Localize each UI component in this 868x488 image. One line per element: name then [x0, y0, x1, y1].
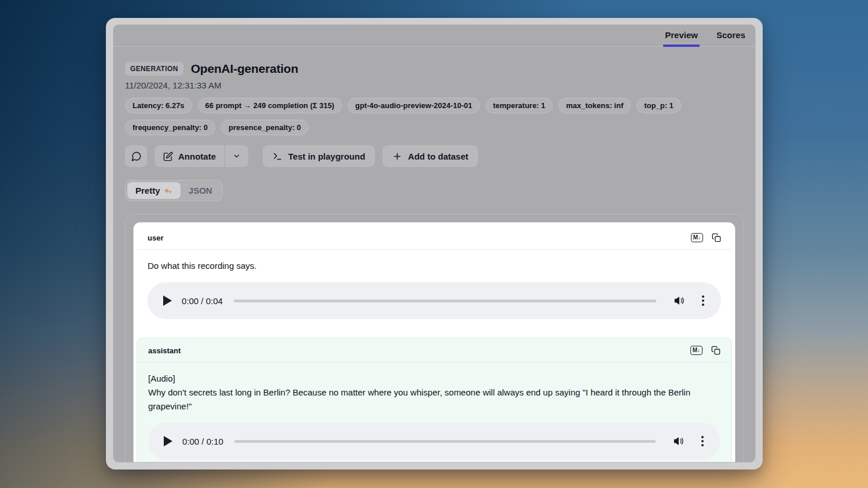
markdown-toggle-icon[interactable]: M↓: [690, 346, 703, 355]
terminal-icon: [273, 151, 282, 161]
format-toggle-json[interactable]: JSON: [181, 182, 220, 199]
assistant-message-header: assistant M↓: [137, 338, 731, 363]
assistant-message-card: assistant M↓ [Audio] Why don't secrets l…: [137, 338, 732, 463]
desktop-background: { "tabs": { "preview": "Preview", "score…: [0, 0, 868, 488]
audio-seek-bar[interactable]: [234, 440, 656, 443]
comment-icon: [131, 151, 142, 162]
pretty-label: Pretty: [135, 186, 160, 195]
message-header-icons: M↓: [691, 233, 721, 242]
plus-icon: [392, 151, 402, 161]
play-button[interactable]: [163, 295, 172, 306]
token-usage-badge: 66 prompt → 249 completion (Σ 315): [198, 98, 342, 113]
copy-icon[interactable]: [711, 346, 720, 355]
assistant-message-body: [Audio] Why don't secrets last long in B…: [137, 363, 731, 463]
max-tokens-badge: max_tokens: inf: [558, 98, 631, 113]
io-preview-panel: user M↓ Do what this recording says.: [125, 214, 744, 463]
comment-button[interactable]: [125, 145, 147, 167]
presence-penalty-badge: presence_penalty: 0: [221, 120, 308, 135]
add-to-dataset-button[interactable]: Add to dataset: [382, 145, 478, 167]
add-to-dataset-label: Add to dataset: [408, 151, 468, 161]
tab-preview[interactable]: Preview: [663, 25, 700, 47]
message-card-stack: user M↓ Do what this recording says.: [133, 222, 735, 463]
volume-icon[interactable]: [674, 295, 685, 306]
copy-icon[interactable]: [712, 233, 721, 242]
role-label: assistant: [148, 346, 181, 355]
sparkles-icon: ✦✦: [164, 186, 172, 195]
user-message-header: user M↓: [137, 225, 732, 250]
audio-time: 0:00 / 0:10: [182, 437, 223, 446]
top-p-badge: top_p: 1: [637, 98, 681, 113]
temperature-badge: temperature: 1: [486, 98, 553, 113]
audio-menu-icon[interactable]: [700, 434, 705, 449]
trace-detail-panel: Preview Scores GENERATION OpenAI-generat…: [113, 24, 756, 463]
test-in-playground-button[interactable]: Test in playground: [263, 145, 375, 167]
test-in-playground-label: Test in playground: [288, 151, 365, 161]
annotate-label: Annotate: [178, 151, 216, 161]
model-badge[interactable]: gpt-4o-audio-preview-2024-10-01: [348, 98, 480, 113]
generation-timestamp: 11/20/2024, 12:31:33 AM: [125, 80, 744, 90]
role-label: user: [148, 234, 163, 242]
volume-icon[interactable]: [673, 435, 685, 447]
format-toggle-pretty[interactable]: Pretty ✦✦: [127, 182, 181, 199]
page-title: OpenAI-generation: [191, 62, 299, 76]
user-message-card: user M↓ Do what this recording says.: [137, 225, 732, 331]
audio-menu-icon[interactable]: [701, 293, 705, 308]
tab-scores[interactable]: Scores: [715, 25, 747, 47]
audio-player: 0:00 / 0:10: [148, 423, 720, 460]
audio-player: 0:00 / 0:04: [148, 282, 721, 319]
annotate-button[interactable]: Annotate: [155, 145, 225, 167]
action-bar: Annotate Test in playground: [125, 145, 744, 167]
audio-seek-bar[interactable]: [234, 300, 656, 302]
markdown-toggle-icon[interactable]: M↓: [691, 233, 703, 242]
metadata-badges: Latency: 6.27s 66 prompt → 249 completio…: [125, 98, 707, 135]
format-toggle: Pretty ✦✦ JSON: [125, 180, 223, 201]
observation-type-badge: GENERATION: [125, 62, 183, 76]
frequency-penalty-badge: frequency_penalty: 0: [125, 120, 215, 135]
message-text: [Audio] Why don't secrets last long in B…: [148, 372, 720, 413]
audio-time: 0:00 / 0:04: [182, 296, 223, 306]
detail-tabs: Preview Scores: [113, 25, 755, 47]
generation-detail: GENERATION OpenAI-generation 11/20/2024,…: [113, 47, 755, 463]
message-header-icons: M↓: [690, 346, 720, 355]
chevron-down-icon: [233, 152, 241, 160]
message-text: Do what this recording says.: [148, 259, 721, 273]
generation-header: GENERATION OpenAI-generation: [125, 62, 744, 76]
annotate-dropdown-button[interactable]: [225, 145, 248, 167]
edit-pencil-icon: [163, 151, 173, 161]
annotate-split-button: Annotate: [155, 145, 248, 167]
app-window: Preview Scores GENERATION OpenAI-generat…: [106, 18, 763, 469]
play-button[interactable]: [164, 436, 172, 446]
latency-badge: Latency: 6.27s: [125, 98, 192, 113]
user-message-body: Do what this recording says. 0:00 / 0:04: [137, 250, 732, 331]
